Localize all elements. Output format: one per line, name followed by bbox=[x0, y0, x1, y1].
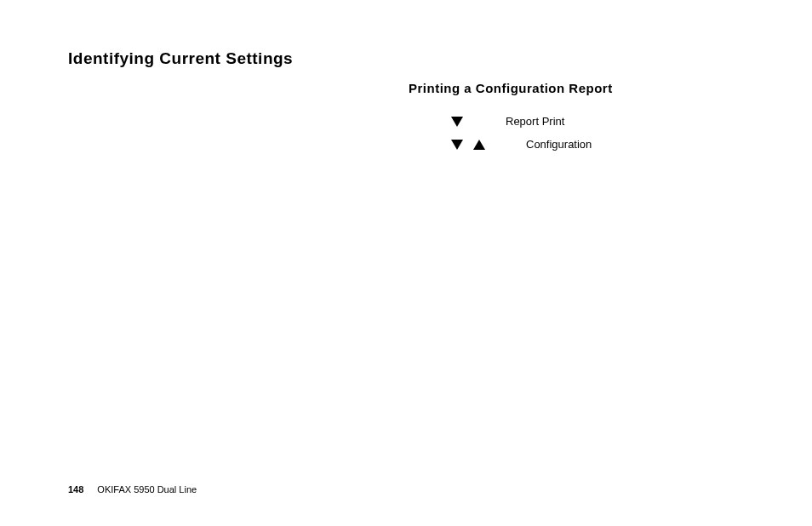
nav-step-2-icons bbox=[451, 140, 485, 150]
footer-product-name: OKIFAX 5950 Dual Line bbox=[97, 484, 197, 495]
triangle-down-icon bbox=[451, 117, 463, 127]
nav-step-1: Report Print bbox=[451, 115, 564, 128]
page-title: Identifying Current Settings bbox=[68, 49, 293, 68]
nav-step-2: Configuration bbox=[451, 138, 592, 151]
section-title: Printing a Configuration Report bbox=[409, 81, 613, 95]
page-number: 148 bbox=[68, 484, 83, 495]
nav-step-1-label: Report Print bbox=[506, 115, 564, 128]
triangle-down-icon bbox=[451, 140, 463, 150]
triangle-up-icon bbox=[473, 140, 485, 150]
nav-step-2-label: Configuration bbox=[526, 138, 592, 151]
page-footer: 148 OKIFAX 5950 Dual Line bbox=[68, 484, 197, 495]
